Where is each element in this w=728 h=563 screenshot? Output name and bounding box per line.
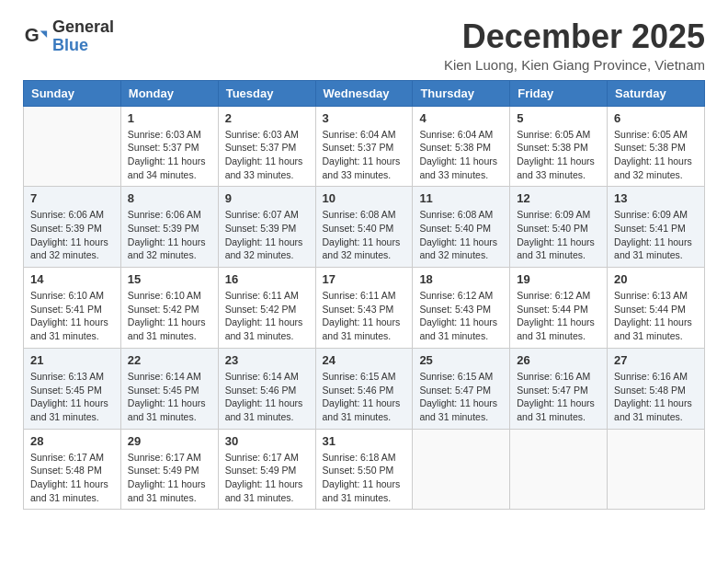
day-number: 22 [128, 353, 211, 367]
day-number: 1 [128, 111, 211, 125]
calendar-cell: 10Sunrise: 6:08 AM Sunset: 5:40 PM Dayli… [315, 187, 413, 268]
title-block: December 2025 Kien Luong, Kien Giang Pro… [444, 18, 705, 73]
calendar-cell: 2Sunrise: 6:03 AM Sunset: 5:37 PM Daylig… [218, 106, 315, 187]
calendar-cell [510, 429, 608, 510]
week-row-3: 14Sunrise: 6:10 AM Sunset: 5:41 PM Dayli… [24, 268, 705, 349]
cell-info: Sunrise: 6:12 AM Sunset: 5:43 PM Dayligh… [419, 289, 503, 343]
cell-info: Sunrise: 6:09 AM Sunset: 5:40 PM Dayligh… [517, 208, 600, 262]
cell-info: Sunrise: 6:08 AM Sunset: 5:40 PM Dayligh… [419, 208, 503, 262]
logo-icon: G [23, 24, 49, 50]
day-number: 25 [419, 353, 503, 367]
calendar-cell: 14Sunrise: 6:10 AM Sunset: 5:41 PM Dayli… [24, 268, 121, 349]
calendar-cell: 25Sunrise: 6:15 AM Sunset: 5:47 PM Dayli… [413, 348, 510, 429]
header-tuesday: Tuesday [218, 80, 315, 106]
cell-info: Sunrise: 6:06 AM Sunset: 5:39 PM Dayligh… [128, 208, 211, 262]
calendar-cell: 23Sunrise: 6:14 AM Sunset: 5:46 PM Dayli… [218, 348, 315, 429]
calendar-cell: 26Sunrise: 6:16 AM Sunset: 5:47 PM Dayli… [510, 348, 608, 429]
day-number: 16 [225, 272, 309, 286]
calendar-cell [608, 429, 705, 510]
day-number: 30 [225, 434, 309, 448]
calendar-cell: 24Sunrise: 6:15 AM Sunset: 5:46 PM Dayli… [315, 348, 413, 429]
cell-info: Sunrise: 6:10 AM Sunset: 5:41 PM Dayligh… [30, 289, 114, 343]
cell-info: Sunrise: 6:03 AM Sunset: 5:37 PM Dayligh… [128, 128, 211, 182]
day-number: 18 [419, 272, 503, 286]
calendar-cell: 17Sunrise: 6:11 AM Sunset: 5:43 PM Dayli… [315, 268, 413, 349]
day-number: 11 [419, 191, 503, 205]
calendar-cell: 30Sunrise: 6:17 AM Sunset: 5:49 PM Dayli… [218, 429, 315, 510]
header-thursday: Thursday [413, 80, 510, 106]
calendar-cell: 4Sunrise: 6:04 AM Sunset: 5:38 PM Daylig… [413, 106, 510, 187]
cell-info: Sunrise: 6:16 AM Sunset: 5:48 PM Dayligh… [614, 370, 698, 424]
logo: G General Blue [23, 18, 114, 55]
calendar-cell: 8Sunrise: 6:06 AM Sunset: 5:39 PM Daylig… [120, 187, 218, 268]
calendar-cell: 1Sunrise: 6:03 AM Sunset: 5:37 PM Daylig… [120, 106, 218, 187]
cell-info: Sunrise: 6:15 AM Sunset: 5:47 PM Dayligh… [419, 370, 503, 424]
cell-info: Sunrise: 6:09 AM Sunset: 5:41 PM Dayligh… [614, 208, 698, 262]
cell-info: Sunrise: 6:17 AM Sunset: 5:48 PM Dayligh… [30, 451, 114, 505]
cell-info: Sunrise: 6:08 AM Sunset: 5:40 PM Dayligh… [323, 208, 406, 262]
cell-info: Sunrise: 6:06 AM Sunset: 5:39 PM Dayligh… [30, 208, 114, 262]
logo-general-text: General [52, 18, 114, 37]
day-number: 14 [30, 272, 114, 286]
calendar-cell: 18Sunrise: 6:12 AM Sunset: 5:43 PM Dayli… [413, 268, 510, 349]
day-number: 5 [517, 111, 600, 125]
week-row-4: 21Sunrise: 6:13 AM Sunset: 5:45 PM Dayli… [24, 348, 705, 429]
day-number: 9 [225, 191, 309, 205]
week-row-5: 28Sunrise: 6:17 AM Sunset: 5:48 PM Dayli… [24, 429, 705, 510]
calendar-cell: 6Sunrise: 6:05 AM Sunset: 5:38 PM Daylig… [608, 106, 705, 187]
cell-info: Sunrise: 6:05 AM Sunset: 5:38 PM Dayligh… [517, 128, 600, 182]
calendar-cell [24, 106, 121, 187]
calendar-cell: 3Sunrise: 6:04 AM Sunset: 5:37 PM Daylig… [315, 106, 413, 187]
calendar-cell: 19Sunrise: 6:12 AM Sunset: 5:44 PM Dayli… [510, 268, 608, 349]
day-number: 21 [30, 353, 114, 367]
day-number: 6 [614, 111, 698, 125]
cell-info: Sunrise: 6:16 AM Sunset: 5:47 PM Dayligh… [517, 370, 600, 424]
day-number: 2 [225, 111, 309, 125]
cell-info: Sunrise: 6:17 AM Sunset: 5:49 PM Dayligh… [128, 451, 211, 505]
cell-info: Sunrise: 6:07 AM Sunset: 5:39 PM Dayligh… [225, 208, 309, 262]
cell-info: Sunrise: 6:11 AM Sunset: 5:43 PM Dayligh… [323, 289, 406, 343]
cell-info: Sunrise: 6:11 AM Sunset: 5:42 PM Dayligh… [225, 289, 309, 343]
svg-marker-1 [40, 30, 47, 37]
cell-info: Sunrise: 6:17 AM Sunset: 5:49 PM Dayligh… [225, 451, 309, 505]
day-number: 23 [225, 353, 309, 367]
cell-info: Sunrise: 6:14 AM Sunset: 5:46 PM Dayligh… [225, 370, 309, 424]
calendar-cell: 5Sunrise: 6:05 AM Sunset: 5:38 PM Daylig… [510, 106, 608, 187]
day-number: 17 [323, 272, 406, 286]
calendar-cell: 9Sunrise: 6:07 AM Sunset: 5:39 PM Daylig… [218, 187, 315, 268]
calendar-cell: 21Sunrise: 6:13 AM Sunset: 5:45 PM Dayli… [24, 348, 121, 429]
day-number: 7 [30, 191, 114, 205]
day-number: 20 [614, 272, 698, 286]
day-number: 3 [323, 111, 406, 125]
calendar-cell: 27Sunrise: 6:16 AM Sunset: 5:48 PM Dayli… [608, 348, 705, 429]
calendar-cell: 12Sunrise: 6:09 AM Sunset: 5:40 PM Dayli… [510, 187, 608, 268]
header-wednesday: Wednesday [315, 80, 413, 106]
calendar-cell: 16Sunrise: 6:11 AM Sunset: 5:42 PM Dayli… [218, 268, 315, 349]
calendar-cell: 11Sunrise: 6:08 AM Sunset: 5:40 PM Dayli… [413, 187, 510, 268]
header-friday: Friday [510, 80, 608, 106]
day-number: 12 [517, 191, 600, 205]
day-number: 13 [614, 191, 698, 205]
calendar-cell: 20Sunrise: 6:13 AM Sunset: 5:44 PM Dayli… [608, 268, 705, 349]
calendar-cell: 13Sunrise: 6:09 AM Sunset: 5:41 PM Dayli… [608, 187, 705, 268]
cell-info: Sunrise: 6:15 AM Sunset: 5:46 PM Dayligh… [323, 370, 406, 424]
location-text: Kien Luong, Kien Giang Province, Vietnam [444, 57, 705, 73]
calendar-cell: 7Sunrise: 6:06 AM Sunset: 5:39 PM Daylig… [24, 187, 121, 268]
cell-info: Sunrise: 6:04 AM Sunset: 5:38 PM Dayligh… [419, 128, 503, 182]
svg-text:G: G [25, 24, 40, 45]
cell-info: Sunrise: 6:14 AM Sunset: 5:45 PM Dayligh… [128, 370, 211, 424]
logo-blue-text: Blue [52, 37, 114, 55]
cell-info: Sunrise: 6:05 AM Sunset: 5:38 PM Dayligh… [614, 128, 698, 182]
day-number: 24 [323, 353, 406, 367]
cell-info: Sunrise: 6:12 AM Sunset: 5:44 PM Dayligh… [517, 289, 600, 343]
page-header: G General Blue December 2025 Kien Luong,… [23, 18, 705, 73]
header-monday: Monday [120, 80, 218, 106]
calendar-cell [413, 429, 510, 510]
day-number: 19 [517, 272, 600, 286]
cell-info: Sunrise: 6:13 AM Sunset: 5:45 PM Dayligh… [30, 370, 114, 424]
cell-info: Sunrise: 6:18 AM Sunset: 5:50 PM Dayligh… [323, 451, 406, 505]
calendar-table: SundayMondayTuesdayWednesdayThursdayFrid… [23, 80, 705, 511]
calendar-cell: 31Sunrise: 6:18 AM Sunset: 5:50 PM Dayli… [315, 429, 413, 510]
header-sunday: Sunday [24, 80, 121, 106]
day-number: 28 [30, 434, 114, 448]
